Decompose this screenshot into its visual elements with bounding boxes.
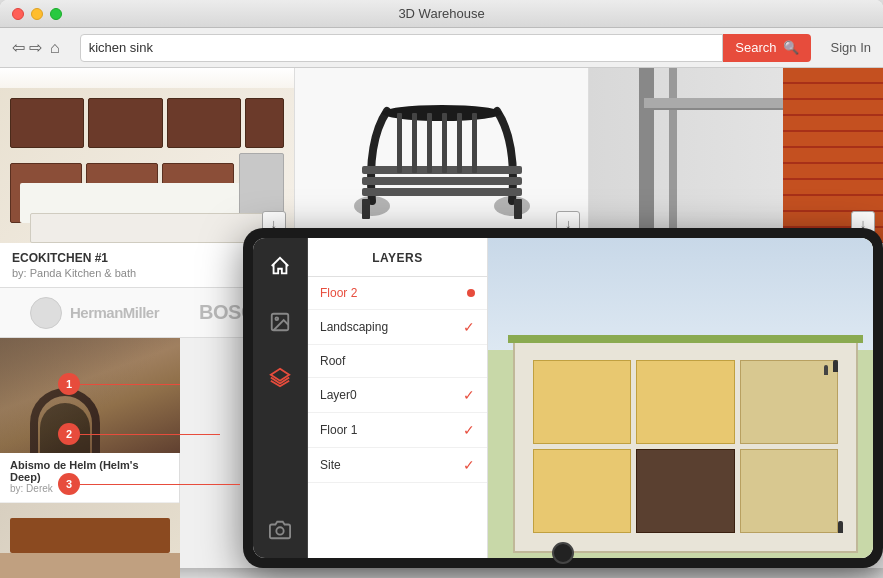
- ipad-layers-panel: LAYERS Floor 2 Landscaping ✓: [308, 238, 488, 558]
- callout-2: 2: [58, 423, 80, 445]
- nav-bar: ⇦ ⇨ ⌂ Search 🔍 Sign In: [0, 28, 883, 68]
- layer-name-floor1: Floor 1: [320, 423, 357, 437]
- brand-hermanmiller: HermanMiller: [30, 297, 159, 329]
- product-image-building: ↓: [589, 68, 883, 243]
- layer-name-roof: Roof: [320, 354, 345, 368]
- callout-1: 1: [58, 373, 80, 395]
- close-button[interactable]: [12, 8, 24, 20]
- person-2: [824, 365, 828, 375]
- svg-rect-8: [427, 113, 432, 173]
- search-input[interactable]: [89, 40, 715, 55]
- callout-2-line: [80, 434, 220, 435]
- ipad-layers-icon[interactable]: [262, 360, 298, 396]
- layer-check-floor1: ✓: [463, 422, 475, 438]
- building-3d-container: [508, 330, 863, 558]
- ipad-main-view: [488, 238, 873, 558]
- search-input-container: [80, 34, 724, 62]
- layer-layer0[interactable]: Layer0 ✓: [308, 378, 487, 413]
- svg-rect-10: [457, 113, 462, 173]
- layer-site[interactable]: Site ✓: [308, 448, 487, 483]
- ipad-home-icon[interactable]: [262, 248, 298, 284]
- search-icon: 🔍: [783, 40, 799, 55]
- ipad-frame: LAYERS Floor 2 Landscaping ✓: [243, 228, 883, 568]
- bottom-section: Abismo de Helm (Helm's Deep) by: Derek: [0, 338, 883, 568]
- svg-rect-13: [514, 199, 522, 219]
- mac-window: 3D Warehouse ⇦ ⇨ ⌂ Search 🔍 Sign In: [0, 0, 883, 568]
- bench-svg: [342, 91, 542, 221]
- hermanmiller-label: HermanMiller: [70, 304, 159, 321]
- layer-name-floor2: Floor 2: [320, 286, 357, 300]
- layer-check-layer0: ✓: [463, 387, 475, 403]
- maximize-button[interactable]: [50, 8, 62, 20]
- svg-rect-11: [472, 113, 477, 173]
- svg-point-17: [276, 527, 283, 534]
- back-arrow[interactable]: ⇦: [12, 38, 25, 57]
- room-4: [533, 449, 631, 533]
- kitchen-island: [30, 213, 264, 243]
- ipad-sidebar: [253, 238, 308, 558]
- roof-strip: [508, 335, 863, 343]
- layer-check-landscaping: ✓: [463, 319, 475, 335]
- svg-rect-6: [397, 113, 402, 173]
- svg-rect-9: [442, 113, 447, 173]
- svg-rect-12: [362, 199, 370, 219]
- ground-bg: [488, 350, 873, 558]
- callout-3: 3: [58, 473, 80, 495]
- window-title: 3D Warehouse: [398, 6, 484, 21]
- svg-rect-7: [412, 113, 417, 173]
- person-3: [838, 521, 843, 533]
- callout-2-container: 2: [58, 423, 220, 445]
- room-6: [740, 449, 838, 533]
- callout-3-line: [80, 484, 240, 485]
- kitchen-upper-cabinets: [10, 98, 284, 148]
- floor-plan-grid: [523, 350, 848, 543]
- person-1: [833, 360, 838, 372]
- thumb-item-kitchen2: [0, 503, 179, 578]
- kitchen-render: [0, 68, 294, 243]
- layer-dot-floor2: [467, 289, 475, 297]
- ipad-home-button[interactable]: [552, 542, 574, 564]
- bench-render: [295, 68, 589, 243]
- product-name-kitchen: ECOKITCHEN #1: [12, 251, 136, 265]
- kitchen2-image: [0, 503, 180, 578]
- home-icon[interactable]: ⌂: [50, 39, 60, 57]
- svg-rect-4: [362, 177, 522, 185]
- layer-name-site: Site: [320, 458, 341, 472]
- callout-1-container: 1: [58, 373, 180, 395]
- main-content: ↓ ECOKITCHEN #1 by: Panda Kitchen & bath: [0, 68, 883, 568]
- layer-floor2[interactable]: Floor 2: [308, 277, 487, 310]
- search-bar: Search 🔍: [80, 34, 811, 62]
- product-image-bench: ↓: [295, 68, 589, 243]
- layer-floor1[interactable]: Floor 1 ✓: [308, 413, 487, 448]
- svg-rect-5: [362, 188, 522, 196]
- title-bar: 3D Warehouse: [0, 0, 883, 28]
- callout-3-container: 3: [58, 473, 240, 495]
- ipad-screen: LAYERS Floor 2 Landscaping ✓: [253, 238, 873, 558]
- search-button-label: Search: [735, 40, 776, 55]
- room-2: [636, 360, 734, 444]
- search-button[interactable]: Search 🔍: [723, 34, 810, 62]
- ipad-overlay: LAYERS Floor 2 Landscaping ✓: [243, 228, 883, 568]
- sign-in-link[interactable]: Sign In: [831, 40, 871, 55]
- ipad-camera-icon[interactable]: [262, 512, 298, 548]
- layer-name-layer0: Layer0: [320, 388, 357, 402]
- hermanmiller-avatar: [30, 297, 62, 329]
- layer-check-site: ✓: [463, 457, 475, 473]
- minimize-button[interactable]: [31, 8, 43, 20]
- layer-name-landscaping: Landscaping: [320, 320, 388, 334]
- ipad-gallery-icon[interactable]: [262, 304, 298, 340]
- product-author-kitchen: by: Panda Kitchen & bath: [12, 267, 136, 279]
- layer-roof[interactable]: Roof: [308, 345, 487, 378]
- layers-title: LAYERS: [372, 251, 423, 265]
- callout-1-line: [80, 384, 180, 385]
- building-render: [589, 68, 883, 243]
- layers-header: LAYERS: [308, 238, 487, 277]
- room-5: [636, 449, 734, 533]
- nav-arrows: ⇦ ⇨ ⌂: [12, 38, 60, 57]
- room-1: [533, 360, 631, 444]
- svg-point-15: [275, 317, 278, 320]
- forward-arrow[interactable]: ⇨: [29, 38, 42, 57]
- traffic-lights: [12, 8, 62, 20]
- layer-landscaping[interactable]: Landscaping ✓: [308, 310, 487, 345]
- product-image-kitchen: ↓: [0, 68, 294, 243]
